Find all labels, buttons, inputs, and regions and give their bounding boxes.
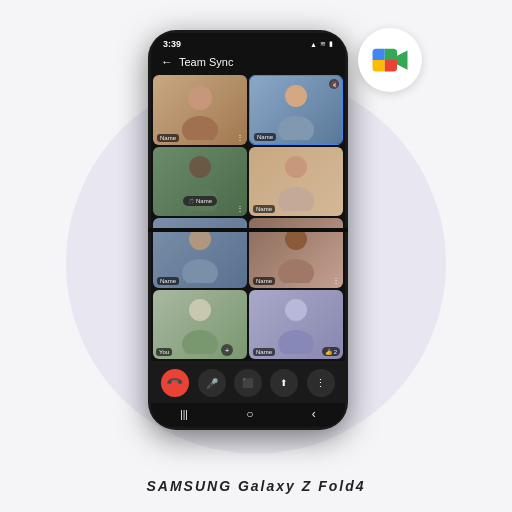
name-pill-3: 🎵 Name xyxy=(183,196,217,206)
reaction-badge: 👍 2 xyxy=(322,347,340,356)
svg-point-11 xyxy=(278,259,314,283)
add-person-button[interactable]: + xyxy=(221,344,233,356)
svg-point-9 xyxy=(182,259,218,283)
status-icons: ▲ ≋ ▮ xyxy=(310,40,333,48)
svg-point-1 xyxy=(182,116,218,140)
cell-mic-2: 🔇 xyxy=(329,79,339,89)
meet-icon xyxy=(358,28,422,92)
svg-point-4 xyxy=(189,156,211,178)
svg-point-0 xyxy=(188,86,212,110)
camera-button[interactable]: ⬛ xyxy=(234,369,262,397)
status-bar: 3:39 ▲ ≋ ▮ xyxy=(151,33,345,51)
video-cell-7: You + xyxy=(153,290,247,360)
svg-point-6 xyxy=(285,156,307,178)
cell-menu-3[interactable]: ⋮ xyxy=(236,204,244,213)
call-header: ← Team Sync xyxy=(151,51,345,75)
video-grid: Name ⋮ 🔇 Name xyxy=(151,75,345,361)
samsung-label: SAMSUNG Galaxy Z Fold4 xyxy=(146,478,365,494)
svg-point-12 xyxy=(189,299,211,321)
cell-name-8: Name xyxy=(253,348,275,356)
mute-button[interactable]: 🎤 xyxy=(198,369,226,397)
status-time: 3:39 xyxy=(163,39,181,49)
back-nav-button[interactable]: ‹ xyxy=(312,407,316,421)
cell-menu-1[interactable]: ⋮ xyxy=(236,133,244,142)
call-controls: 📞 🎤 ⬛ ⬆ ⋮ xyxy=(151,361,345,403)
battery-icon: ▮ xyxy=(329,40,333,48)
call-title: Team Sync xyxy=(179,56,233,68)
phone-device: 3:39 ▲ ≋ ▮ ← Team Sync xyxy=(148,30,348,430)
fold-line xyxy=(148,228,348,232)
nav-bar: ||| ○ ‹ xyxy=(151,403,345,427)
video-cell-8: Name 👍 2 xyxy=(249,290,343,360)
video-cell-4: Name xyxy=(249,147,343,217)
share-button[interactable]: ⬆ xyxy=(270,369,298,397)
more-button[interactable]: ⋮ xyxy=(307,369,335,397)
signal-icon: ▲ xyxy=(310,41,317,48)
cell-name-5: Name xyxy=(157,277,179,285)
samsung-brand: SAMSUNG Galaxy Z Fold4 xyxy=(146,478,365,494)
recent-apps-button[interactable]: ||| xyxy=(180,409,188,420)
svg-point-15 xyxy=(278,330,314,354)
end-call-button[interactable]: 📞 xyxy=(155,363,195,403)
video-cell-2: 🔇 Name xyxy=(249,75,343,145)
video-cell-3: 🎵 Name ⋮ xyxy=(153,147,247,217)
scene: 3:39 ▲ ≋ ▮ ← Team Sync xyxy=(0,0,512,512)
cell-menu-6[interactable]: ⋮ xyxy=(332,276,340,285)
svg-point-2 xyxy=(285,85,307,107)
video-cell-1: Name ⋮ xyxy=(153,75,247,145)
svg-point-3 xyxy=(278,116,314,140)
cell-name-6: Name xyxy=(253,277,275,285)
svg-point-7 xyxy=(278,187,314,211)
cell-name-1: Name xyxy=(157,134,179,142)
wifi-icon: ≋ xyxy=(320,40,326,48)
back-button[interactable]: ← xyxy=(161,55,173,69)
svg-point-14 xyxy=(285,299,307,321)
home-button[interactable]: ○ xyxy=(246,407,253,421)
cell-name-2: Name xyxy=(254,133,276,141)
svg-point-13 xyxy=(182,330,218,354)
cell-name-4: Name xyxy=(253,205,275,213)
you-badge: You xyxy=(156,348,172,356)
